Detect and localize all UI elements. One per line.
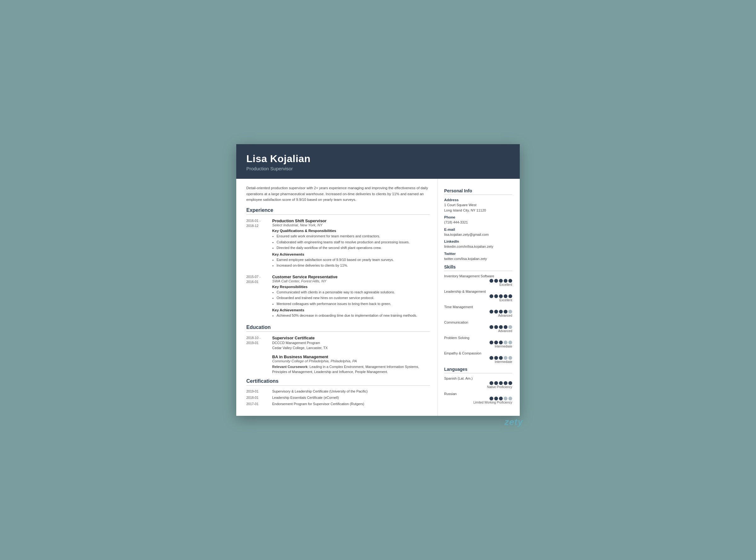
skill-dot: [494, 310, 498, 314]
skills-section-title: Skills: [444, 264, 512, 271]
address-value: 1 Court Square WestLong Island City, NY …: [444, 202, 512, 213]
resume-document: Lisa Kojalian Production Supervisor Deta…: [236, 144, 520, 416]
phone-value: (718) 444-3321: [444, 220, 512, 225]
language-dot: [504, 397, 507, 400]
skill-dot: [508, 279, 512, 283]
exp-company-2: SWA Call Center, Forest Hills, NY: [272, 279, 430, 283]
cert-date-2: 2018-01: [246, 396, 268, 399]
skill-dot: [499, 341, 503, 344]
skill-dots: [444, 356, 512, 360]
exp-qualifications-list-1: Ensured safe work environment for team m…: [272, 234, 430, 251]
education-section-title: Education: [246, 324, 430, 332]
skill-dots: [444, 341, 512, 344]
skill-dot: [489, 294, 493, 298]
skill-name: Inventory Management Software: [444, 274, 512, 278]
language-item: RussianLimited Working Proficiency: [444, 392, 512, 404]
cert-entry-2: 2018-01 Leadership Essentials Certificat…: [246, 396, 430, 399]
language-dot: [499, 381, 503, 385]
language-level: Native Proficiency: [444, 385, 512, 389]
certifications-section-title: Certifications: [246, 378, 430, 386]
skills-container: Inventory Management SoftwareExcellentLe…: [444, 274, 512, 364]
cert-text-3: Endorsement Program for Supervisor Certi…: [272, 402, 364, 406]
language-item: Spanish (Lat. Am.)Native Proficiency: [444, 377, 512, 389]
language-dot: [489, 381, 493, 385]
edu-title-2: BA in Business Management: [272, 355, 430, 359]
skill-item: Problem SolvingIntermediate: [444, 336, 512, 348]
cert-text-1: Supervisory & Leadership Certificate (Un…: [272, 389, 368, 393]
cert-text-2: Leadership Essentials Certificate (eCorn…: [272, 396, 339, 399]
list-item: Achieved 50% decrease in onboarding time…: [276, 313, 430, 318]
cert-entry-1: 2019-01 Supervisory & Leadership Certifi…: [246, 389, 430, 393]
candidate-name: Lisa Kojalian: [246, 153, 510, 165]
list-item: Earned employee satisfaction score of 9.…: [276, 257, 430, 262]
skill-dot: [489, 310, 493, 314]
list-item: Mentored colleagues with performance iss…: [276, 301, 430, 306]
linkedin-label: LinkedIn: [444, 240, 512, 243]
language-dot: [508, 397, 512, 400]
skill-dot: [499, 310, 503, 314]
summary-text: Detail-oriented production supervisor wi…: [246, 185, 430, 202]
language-dot: [504, 381, 507, 385]
exp-achievements-list-2: Achieved 50% decrease in onboarding time…: [272, 313, 430, 318]
edu-institution-1: DCCCD Management Program: [272, 340, 430, 346]
skill-dot: [508, 341, 512, 344]
skill-dot: [508, 310, 512, 314]
experience-entry-1: 2016-01 -2018-12 Production Shift Superv…: [246, 218, 430, 269]
languages-section-title: Languages: [444, 367, 512, 373]
skill-dot: [494, 325, 498, 329]
exp-date-1: 2016-01 -2018-12: [246, 218, 268, 269]
skill-dot: [504, 325, 507, 329]
exp-title-2: Customer Service Representative: [272, 275, 430, 279]
resume-right-column: Personal Info Address 1 Court Square Wes…: [438, 179, 520, 416]
skill-dot: [504, 310, 507, 314]
experience-entry-2: 2015-07 -2016-01 Customer Service Repres…: [246, 275, 430, 320]
skill-dots: [444, 325, 512, 329]
language-dots: [444, 397, 512, 400]
skill-dots: [444, 294, 512, 298]
skill-dot: [499, 325, 503, 329]
skill-level: Advanced: [444, 314, 512, 317]
skill-dots: [444, 279, 512, 283]
edu-institution-2: Community College of Philadelphia, Phila…: [272, 359, 430, 363]
exp-achievements-label-1: Key Achievements: [272, 253, 430, 256]
skill-level: Excellent: [444, 298, 512, 302]
skill-dot: [504, 294, 507, 298]
address-label: Address: [444, 198, 512, 202]
skill-name: Communication: [444, 320, 512, 324]
list-item: Increased on-time deliveries to clients …: [276, 263, 430, 268]
twitter-value: twitter.com/lisa.kojalian.zety: [444, 256, 512, 262]
language-dots: [444, 381, 512, 385]
cert-entry-3: 2017-01 Endorsement Program for Supervis…: [246, 402, 430, 406]
language-level: Limited Working Proficiency: [444, 401, 512, 404]
exp-content-2: Customer Service Representative SWA Call…: [272, 275, 430, 320]
phone-label: Phone: [444, 215, 512, 219]
skill-dot: [499, 356, 503, 360]
edu-location-1: Cedar Valley College, Lancaster, TX: [272, 345, 430, 351]
list-item: Ensured safe work environment for team m…: [276, 234, 430, 239]
language-dot: [499, 397, 503, 400]
exp-content-1: Production Shift Supervisor Select Indus…: [272, 218, 430, 269]
skill-dot: [504, 279, 507, 283]
list-item: Onboarded and trained new hires on custo…: [276, 295, 430, 301]
skill-dot: [508, 356, 512, 360]
exp-title-1: Production Shift Supervisor: [272, 218, 430, 223]
skill-dot: [494, 341, 498, 344]
exp-achievements-label-2: Key Achievements: [272, 308, 430, 312]
skill-name: Empathy & Compassion: [444, 351, 512, 355]
skill-dot: [494, 294, 498, 298]
languages-container: Spanish (Lat. Am.)Native ProficiencyRuss…: [444, 377, 512, 404]
edu-date-2: [246, 355, 268, 375]
edu-entry-1: 2018-10 -2019-01 Supervisor Certificate …: [246, 336, 430, 351]
linkedin-value: linkedin.com/in/lisa.kojalian.zety: [444, 244, 512, 249]
list-item: Collaborated with engineering teams staf…: [276, 240, 430, 245]
personal-info-section-title: Personal Info: [444, 188, 512, 195]
exp-date-2: 2015-07 -2016-01: [246, 275, 268, 320]
skill-dot: [499, 294, 503, 298]
exp-qualifications-label-1: Key Qualifications & Responsibilities: [272, 229, 430, 233]
language-dot: [494, 381, 498, 385]
skill-item: Empathy & CompassionIntermediate: [444, 351, 512, 364]
experience-section-title: Experience: [246, 207, 430, 215]
skill-dot: [494, 279, 498, 283]
skill-name: Problem Solving: [444, 336, 512, 340]
cert-date-3: 2017-01: [246, 402, 268, 406]
